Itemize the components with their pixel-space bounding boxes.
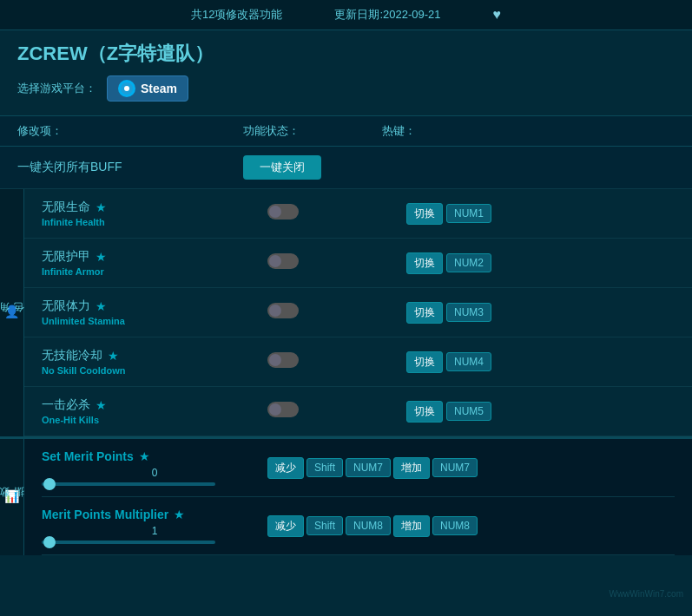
character-section: 👤 角色 无限生命 ★ Infinite Health 切换 NUM1 无限护甲… <box>0 189 692 436</box>
star-icon: ★ <box>96 398 107 412</box>
slider-thumb[interactable] <box>43 478 56 490</box>
slider-hotkeys: 减少ShiftNUM7增加NUM7 <box>267 457 675 479</box>
svg-point-1 <box>124 86 129 91</box>
character-sidebar: 👤 角色 <box>0 189 24 436</box>
cheat-name-en: No Skill Cooldown <box>42 365 267 376</box>
hotkey-action-badge[interactable]: 切换 <box>406 302 443 324</box>
cheat-name: 一击必杀 ★ One-Hit Kills <box>42 397 267 425</box>
toggle-container <box>267 253 406 272</box>
cheat-name-zh: 无限护甲 ★ <box>42 249 267 265</box>
cheat-name-en: One-Hit Kills <box>42 415 267 425</box>
star-icon: ★ <box>96 299 107 313</box>
slider-track[interactable] <box>42 541 215 544</box>
hotkey-key-badge[interactable]: NUM3 <box>446 303 491 322</box>
hotkey-action-badge[interactable]: 切换 <box>406 351 443 373</box>
hotkey-badge[interactable]: NUM8 <box>432 516 478 535</box>
cheat-name-en: Unlimited Stamina <box>42 316 267 326</box>
toggle-container <box>267 204 406 223</box>
col-status-header: 功能状态： <box>243 123 382 139</box>
data-section: 📊 数据 Set Merit Points ★ 0 减少ShiftNUM7增加N… <box>0 436 692 555</box>
star-icon: ★ <box>96 250 107 264</box>
one-key-label: 一键关闭所有BUFF <box>17 160 243 175</box>
character-icon: 👤 <box>4 305 19 318</box>
toggle-container <box>267 402 406 421</box>
cheat-name-en: Infinite Health <box>42 217 267 227</box>
slider-hotkeys: 减少ShiftNUM8增加NUM8 <box>267 515 675 537</box>
star-icon: ★ <box>174 508 185 521</box>
star-icon: ★ <box>108 349 119 363</box>
hotkey-action-badge[interactable]: 切换 <box>406 203 443 225</box>
star-icon: ★ <box>96 200 107 214</box>
cheat-name: 无限体力 ★ Unlimited Stamina <box>42 298 267 326</box>
platform-label: 选择游戏平台： <box>17 81 96 96</box>
hotkey-area: 切换 NUM3 <box>406 302 675 324</box>
cheat-list: 无限生命 ★ Infinite Health 切换 NUM1 无限护甲 ★ In… <box>24 189 692 436</box>
slider-row: Set Merit Points ★ 0 减少ShiftNUM7增加NUM7 <box>42 439 675 497</box>
table-row: 无技能冷却 ★ No Skill Cooldown 切换 NUM4 <box>24 337 692 387</box>
steam-logo-icon <box>118 80 135 97</box>
cheat-name: 无限护甲 ★ Infinite Armor <box>42 249 267 277</box>
toggle-container <box>267 352 406 371</box>
hotkey-badge[interactable]: 减少 <box>267 457 304 479</box>
hotkey-key-badge[interactable]: NUM5 <box>446 402 491 421</box>
one-key-row: 一键关闭所有BUFF 一键关闭 <box>0 147 692 189</box>
hotkey-key-badge[interactable]: NUM1 <box>446 204 491 223</box>
data-label: 数据 <box>0 505 27 506</box>
table-row: 无限体力 ★ Unlimited Stamina 切换 NUM3 <box>24 288 692 337</box>
slider-name: Merit Points Multiplier <box>42 508 168 521</box>
slider-row: Merit Points Multiplier ★ 1 减少ShiftNUM8增… <box>42 497 675 555</box>
cheat-name: 无技能冷却 ★ No Skill Cooldown <box>42 348 267 376</box>
hotkey-key-badge[interactable]: NUM2 <box>446 253 491 272</box>
one-key-button[interactable]: 一键关闭 <box>243 155 321 180</box>
col-hotkey-header: 热键： <box>382 123 675 139</box>
favorite-icon[interactable]: ♥ <box>493 7 502 23</box>
character-label: 角色 <box>0 320 27 321</box>
hotkey-area: 切换 NUM2 <box>406 252 675 274</box>
star-icon: ★ <box>139 449 150 463</box>
hotkey-badge[interactable]: NUM8 <box>346 516 391 535</box>
hotkey-area: 切换 NUM1 <box>406 203 675 225</box>
hotkey-area: 切换 NUM4 <box>406 351 675 373</box>
hotkey-badge[interactable]: 增加 <box>393 457 430 479</box>
hotkey-action-badge[interactable]: 切换 <box>406 252 443 274</box>
cheat-name-zh: 无技能冷却 ★ <box>42 348 267 364</box>
steam-badge[interactable]: Steam <box>107 75 188 102</box>
toggle-switch[interactable] <box>267 352 299 368</box>
hotkey-badge[interactable]: NUM7 <box>346 458 391 477</box>
top-bar: 共12项修改器功能 更新日期:2022-09-21 ♥ <box>0 0 692 30</box>
content-area: ZCREW（Z字特遣队） 选择游戏平台： Steam 修改项： 功能状态： <box>0 30 692 616</box>
header-section: ZCREW（Z字特遣队） 选择游戏平台： Steam <box>0 30 692 116</box>
cheat-name-zh: 无限生命 ★ <box>42 200 267 215</box>
toggle-container <box>267 303 406 322</box>
cheat-name: 无限生命 ★ Infinite Health <box>42 200 267 227</box>
hotkey-badge[interactable]: 增加 <box>393 515 430 537</box>
hotkey-area: 切换 NUM5 <box>406 401 675 423</box>
toggle-switch[interactable] <box>267 204 299 220</box>
watermark: WwwWinWin7.com <box>609 589 683 599</box>
hotkey-badge[interactable]: Shift <box>306 458 343 477</box>
toggle-switch[interactable] <box>267 253 299 269</box>
table-row: 无限护甲 ★ Infinite Armor 切换 NUM2 <box>24 239 692 288</box>
hotkey-badge[interactable]: NUM7 <box>432 458 478 477</box>
slider-name-col: Merit Points Multiplier ★ 1 <box>42 508 267 544</box>
features-count: 共12项修改器功能 <box>191 7 282 23</box>
hotkey-badge[interactable]: Shift <box>306 516 343 535</box>
data-icon: 📊 <box>4 489 19 503</box>
data-content: Set Merit Points ★ 0 减少ShiftNUM7增加NUM7 M… <box>24 439 692 555</box>
cheat-name-zh: 一击必杀 ★ <box>42 397 267 413</box>
table-row: 无限生命 ★ Infinite Health 切换 NUM1 <box>24 189 692 239</box>
slider-track[interactable] <box>42 482 215 486</box>
steam-label: Steam <box>141 82 177 95</box>
update-date: 更新日期:2022-09-21 <box>334 7 440 23</box>
col-cheat-header: 修改项： <box>17 123 243 139</box>
hotkey-key-badge[interactable]: NUM4 <box>446 352 491 371</box>
hotkey-action-badge[interactable]: 切换 <box>406 401 443 423</box>
toggle-switch[interactable] <box>267 402 299 417</box>
toggle-switch[interactable] <box>267 303 299 318</box>
platform-row: 选择游戏平台： Steam <box>17 75 675 102</box>
slider-value: 0 <box>42 467 267 479</box>
hotkey-badge[interactable]: 减少 <box>267 515 304 537</box>
app-title: ZCREW（Z字特遣队） <box>17 41 675 67</box>
slider-thumb[interactable] <box>43 536 56 548</box>
table-row: 一击必杀 ★ One-Hit Kills 切换 NUM5 <box>24 387 692 436</box>
